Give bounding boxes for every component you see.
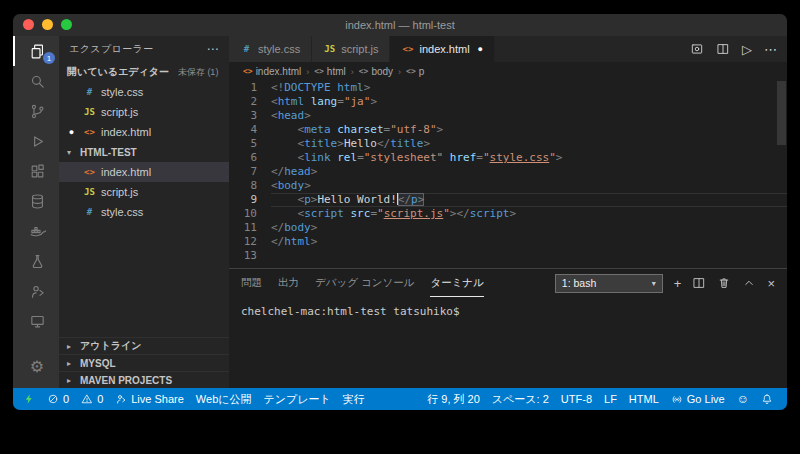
code-line-4: <meta charset="utf-8"> [271, 123, 787, 137]
feedback[interactable]: ☺ [731, 388, 755, 410]
go-live[interactable]: Go Live [665, 388, 731, 410]
more-actions-icon[interactable]: ⋯ [764, 43, 777, 56]
open-preview-icon[interactable] [690, 42, 704, 56]
section-outline[interactable]: ▸アウトライン [59, 337, 229, 354]
chevron-down-icon: ▾ [652, 279, 656, 288]
activity-database[interactable] [13, 186, 59, 216]
tree-item-style.css[interactable]: #style.css [59, 202, 229, 222]
publish-web[interactable]: Webに公開 [190, 388, 258, 410]
activity-extensions[interactable] [13, 156, 59, 186]
eol[interactable]: LF [598, 388, 623, 410]
panel-tab-terminal[interactable]: ターミナル [430, 269, 483, 297]
open-editor-index.html[interactable]: ●<>index.html [59, 122, 229, 142]
template[interactable]: テンプレート [258, 388, 337, 410]
split-editor-icon[interactable] [716, 42, 730, 56]
live-share[interactable]: Live Share [109, 388, 190, 410]
css-file-icon: # [83, 207, 96, 217]
panel-tab-output[interactable]: 出力 [278, 269, 299, 297]
file-name: style.css [101, 86, 143, 98]
terminal-shell-select[interactable]: 1: bash ▾ [555, 274, 663, 293]
remote-indicator[interactable] [17, 388, 41, 410]
open-editors-header[interactable]: 開いているエディター 未保存 (1) [59, 62, 229, 82]
html-file-icon: <> [243, 67, 253, 76]
tab-style.css[interactable]: #style.css [229, 36, 312, 62]
line-number: 4 [229, 123, 257, 137]
code-content[interactable]: <!DOCTYPE html><html lang="ja"><head> <m… [271, 81, 787, 268]
status-left: 00Live ShareWebに公開テンプレート実行 [17, 388, 371, 410]
tree-item-index.html[interactable]: <>index.html [59, 162, 229, 182]
section-mysql[interactable]: ▸MYSQL [59, 354, 229, 371]
line-number: 11 [229, 221, 257, 235]
breadcrumb-index.html[interactable]: <>index.html [243, 66, 301, 77]
problems-errors[interactable]: 0 [41, 388, 75, 410]
activity-bar: 1⚙ [13, 36, 59, 388]
status-item-label: 行 9, 列 20 [427, 392, 480, 407]
editor-tabs: #style.cssJSscript.js<>index.html● [229, 36, 495, 62]
panel-tab-debug-console[interactable]: デバッグ コンソール [315, 269, 414, 297]
sidebar-title: エクスプローラー [69, 42, 154, 56]
maximize-panel-icon[interactable] [742, 276, 756, 290]
line-number: 10 [229, 207, 257, 221]
cursor-position[interactable]: 行 9, 列 20 [421, 388, 486, 410]
activity-test-flask[interactable] [13, 246, 59, 276]
line-number: 2 [229, 95, 257, 109]
activity-remote-explorer[interactable] [13, 306, 59, 336]
terminal-output[interactable]: chelchel-mac:html-test tatsuhiko$ [229, 297, 787, 388]
panel-actions: +× [674, 276, 775, 290]
more-actions-icon[interactable]: ⋯ [207, 42, 219, 56]
css-file-icon: # [240, 44, 253, 54]
activity-search[interactable] [13, 66, 59, 96]
notifications[interactable] [755, 388, 779, 410]
breadcrumb-body[interactable]: <>body [359, 66, 393, 77]
code-line-1: <!DOCTYPE html> [271, 81, 787, 95]
html-file-icon: <> [83, 167, 96, 177]
panel-tab-problems[interactable]: 問題 [241, 269, 262, 297]
line-number: 3 [229, 109, 257, 123]
problems-warnings[interactable]: 0 [75, 388, 109, 410]
terminal-prompt: chelchel-mac:html-test tatsuhiko$ [241, 305, 460, 318]
explorer-sidebar: エクスプローラー ⋯ 開いているエディター 未保存 (1) #style.css… [59, 36, 229, 388]
editor-scrollbar[interactable] [777, 81, 786, 145]
open-editor-script.js[interactable]: JSscript.js [59, 102, 229, 122]
new-terminal-icon[interactable]: + [674, 277, 682, 290]
tab-script.js[interactable]: JSscript.js [312, 36, 390, 62]
activity-explorer[interactable]: 1 [13, 36, 59, 66]
html-file-icon: <> [401, 44, 414, 54]
manage-settings[interactable]: ⚙ [13, 352, 59, 382]
breadcrumb-p[interactable]: <>p [406, 66, 424, 77]
code-line-3: <head> [271, 109, 787, 123]
activity-live-share[interactable] [13, 276, 59, 306]
broadcast-icon [671, 393, 683, 405]
status-item-label: Go Live [687, 393, 725, 405]
js-file-icon: JS [83, 107, 96, 117]
tree-item-script.js[interactable]: JSscript.js [59, 182, 229, 202]
breadcrumb-html[interactable]: <>html [314, 66, 346, 77]
code-editor[interactable]: 12345678910111213 <!DOCTYPE html><html l… [229, 81, 787, 268]
chevron-down-icon: ▾ [67, 148, 77, 157]
run-task[interactable]: 実行 [337, 388, 371, 410]
run-file-icon[interactable]: ▷ [742, 43, 752, 56]
panel-toolbar: 1: bash ▾ +× [555, 274, 775, 293]
titlebar[interactable]: index.html — html-test [13, 14, 787, 36]
activity-docker[interactable] [13, 216, 59, 246]
workbench: 1⚙ エクスプローラー ⋯ 開いているエディター 未保存 (1) #style.… [13, 36, 787, 388]
folder-header[interactable]: ▾ HTML-TEST [59, 142, 229, 162]
tab-index.html[interactable]: <>index.html● [390, 36, 495, 62]
status-item-label: HTML [629, 393, 659, 405]
section-label: MAVEN PROJECTS [80, 375, 172, 386]
language-mode[interactable]: HTML [623, 388, 665, 410]
chevron-right-icon: ▸ [67, 342, 77, 351]
close-panel-icon[interactable]: × [767, 277, 775, 290]
split-terminal-icon[interactable] [692, 276, 706, 290]
chevron-right-icon: ▸ [67, 359, 77, 368]
panel-tabs: 問題出力デバッグ コンソールターミナル [241, 269, 484, 297]
activity-run-debug[interactable] [13, 126, 59, 156]
smiley-icon: ☺ [737, 393, 749, 405]
chevron-right-icon: ▸ [67, 376, 77, 385]
encoding[interactable]: UTF-8 [555, 388, 598, 410]
activity-source-control[interactable] [13, 96, 59, 126]
kill-terminal-icon[interactable] [717, 276, 731, 290]
indentation[interactable]: スペース: 2 [486, 388, 555, 410]
open-editor-style.css[interactable]: #style.css [59, 82, 229, 102]
section-maven-projects[interactable]: ▸MAVEN PROJECTS [59, 371, 229, 388]
